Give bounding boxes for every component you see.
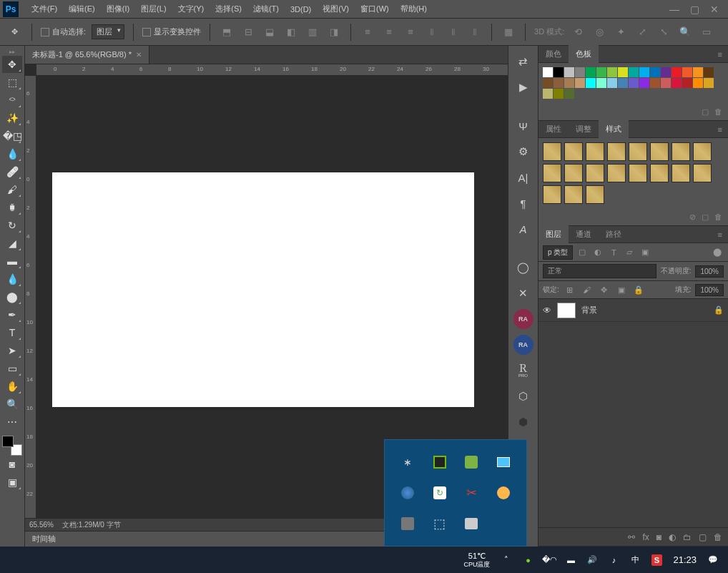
swatch[interactable]	[693, 78, 703, 88]
monitor-tray-icon[interactable]	[488, 447, 520, 478]
swatch[interactable]	[564, 78, 574, 88]
panel-menu-icon[interactable]: ≡	[712, 50, 728, 59]
3d-pan-icon[interactable]: ✦	[613, 24, 629, 40]
battery-icon[interactable]: ▬	[563, 552, 579, 568]
new-layer-icon[interactable]: ▢	[699, 532, 707, 542]
r-pro-panel-icon[interactable]: RPRO	[513, 361, 533, 381]
swatch[interactable]	[629, 67, 639, 77]
style-swatch[interactable]	[629, 164, 647, 182]
auto-align-icon[interactable]: ▦	[501, 24, 516, 40]
menu-file[interactable]: 文件(F)	[26, 1, 63, 17]
pen-tool[interactable]: ✒	[2, 306, 22, 323]
bluetooth-tray-icon[interactable]: ∗	[392, 447, 424, 478]
style-swatch[interactable]	[564, 142, 583, 161]
swatch[interactable]	[682, 78, 692, 88]
show-transform-checkbox[interactable]: 显示变换控件	[142, 26, 201, 37]
user-tray-icon[interactable]	[488, 478, 520, 509]
history-panel-icon[interactable]: ⇄	[513, 52, 533, 72]
edit-toolbar[interactable]: ⋯	[2, 413, 22, 431]
document-tab[interactable]: 未标题-1 @ 65.6%(RGB/8) * ✕	[25, 46, 149, 64]
filter-smart-icon[interactable]: ▣	[639, 246, 651, 259]
layers-tab[interactable]: 图层	[538, 225, 569, 243]
clock[interactable]: 21:23	[673, 554, 697, 565]
type-tool[interactable]: T	[2, 324, 22, 341]
foreground-color[interactable]	[2, 436, 14, 447]
swatch[interactable]	[543, 78, 553, 88]
device-tray-icon[interactable]	[456, 508, 488, 539]
layer-dropdown[interactable]: 图层	[92, 24, 124, 39]
horizontal-ruler[interactable]: 024681012141618202224262830	[36, 64, 508, 76]
3d-orbit-icon[interactable]: ⟲	[570, 24, 586, 40]
style-swatch[interactable]	[629, 142, 647, 161]
layer-name[interactable]: 背景	[581, 305, 597, 315]
filter-type-icon[interactable]: T	[607, 246, 620, 259]
style-swatch[interactable]	[672, 164, 690, 182]
menu-filter[interactable]: 滤镜(T)	[247, 1, 285, 17]
style-swatch[interactable]	[543, 142, 561, 161]
style-swatch[interactable]	[693, 164, 712, 182]
menu-help[interactable]: 帮助(H)	[395, 1, 433, 17]
layer-fx-icon[interactable]: fx	[642, 532, 649, 542]
color-swatches[interactable]	[2, 436, 22, 456]
lock-artboard-icon[interactable]: ▣	[615, 283, 628, 296]
styles-tab[interactable]: 样式	[599, 120, 629, 138]
ra-panel-icon-2[interactable]: RA	[513, 335, 533, 355]
dist-right-icon[interactable]: ⫴	[467, 24, 483, 40]
style-swatch[interactable]	[672, 142, 690, 161]
usb-tray-icon[interactable]: ⬚	[424, 508, 456, 539]
notifications-icon[interactable]: 💬	[705, 552, 721, 568]
lasso-tool[interactable]: ⌔	[2, 92, 22, 109]
swatch[interactable]	[596, 67, 606, 77]
brush-panel-icon[interactable]: Ψ	[513, 116, 533, 136]
blur-tool[interactable]: 💧	[2, 270, 22, 288]
swatch[interactable]	[543, 89, 553, 99]
3d-panel-icon[interactable]: ⬢	[513, 412, 533, 432]
swatch[interactable]	[650, 78, 660, 88]
workspace-icon[interactable]: ▭	[699, 24, 714, 40]
menu-select[interactable]: 选择(S)	[210, 1, 247, 17]
filter-toggle[interactable]: ⬤	[711, 246, 724, 259]
group-icon[interactable]: 🗀	[683, 532, 692, 542]
move-tool[interactable]: ✥	[2, 56, 22, 73]
swatch[interactable]	[575, 78, 585, 88]
cube-panel-icon[interactable]: ⬡	[513, 386, 533, 406]
swatch[interactable]	[607, 67, 617, 77]
close-tab-icon[interactable]: ✕	[136, 51, 142, 59]
swatch[interactable]	[639, 67, 649, 77]
screenmode-tool[interactable]: ▣	[2, 474, 22, 491]
eraser-tool[interactable]: ◢	[2, 235, 22, 252]
nvidia-tray-icon[interactable]	[424, 447, 456, 478]
align-vcenter-icon[interactable]: ⊟	[240, 24, 256, 40]
style-swatch[interactable]	[564, 164, 583, 182]
sogou-icon[interactable]: S	[649, 552, 664, 568]
dist-hcenter-icon[interactable]: ⫴	[446, 24, 461, 40]
clear-style-icon[interactable]: ⊘	[689, 212, 696, 222]
layers-list[interactable]: 👁 背景 🔒	[538, 299, 728, 527]
tray-expand-icon[interactable]: ˄	[498, 552, 514, 568]
swatch[interactable]	[661, 67, 671, 77]
healing-tool[interactable]: 🩹	[2, 163, 22, 180]
style-swatch[interactable]	[543, 185, 561, 204]
style-swatch[interactable]	[607, 142, 626, 161]
wechat-icon[interactable]: ●	[520, 552, 536, 568]
libraries-panel-icon[interactable]: ◯	[513, 258, 533, 278]
swatch[interactable]	[672, 78, 682, 88]
new-style-icon[interactable]: ▢	[702, 212, 709, 222]
delete-layer-icon[interactable]: 🗑	[714, 532, 722, 542]
marquee-tool[interactable]: ⬚	[2, 74, 22, 91]
dodge-tool[interactable]: ⬤	[2, 288, 22, 305]
menu-3d[interactable]: 3D(D)	[285, 2, 317, 16]
swatch[interactable]	[596, 78, 606, 88]
canvas[interactable]	[52, 172, 474, 407]
3d-slide-icon[interactable]: ⤢	[634, 24, 650, 40]
close-button[interactable]: ✕	[709, 4, 719, 14]
swatch[interactable]	[693, 67, 703, 77]
shape-tool[interactable]: ▭	[2, 360, 22, 377]
swatch[interactable]	[543, 67, 553, 77]
adjustment-layer-icon[interactable]: ◐	[669, 532, 676, 542]
menu-view[interactable]: 视图(V)	[317, 1, 355, 17]
color-tab[interactable]: 颜色	[538, 45, 569, 63]
filter-adjust-icon[interactable]: ◐	[591, 246, 604, 259]
swatch[interactable]	[650, 67, 660, 77]
search-icon[interactable]: 🔍	[677, 24, 693, 40]
